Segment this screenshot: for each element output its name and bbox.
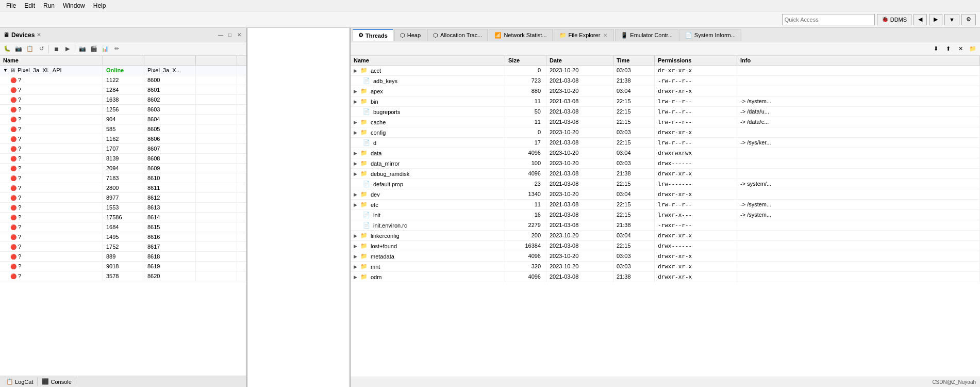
tab-allocation-trac---[interactable]: ⬡Allocation Trac... <box>427 29 488 41</box>
table-row[interactable]: 🔴 ? 8977 8612 <box>0 193 246 203</box>
process-icon: 🔴 <box>10 117 16 122</box>
quick-access-input[interactable] <box>782 14 875 25</box>
screenshot-btn[interactable]: 📷 <box>13 44 24 54</box>
table-row[interactable]: 🔴 ? 904 8604 <box>0 115 246 124</box>
table-row[interactable]: 🔴 ? 1256 8603 <box>0 105 246 115</box>
expand-arrow: ▶ <box>354 233 357 238</box>
toolbar-settings[interactable]: ⚙ <box>961 14 976 25</box>
file-row[interactable]: ▶ 📁 acct 0 2023-10-20 03:03 dr-xr-xr-x <box>351 66 980 76</box>
tab-network-statist---[interactable]: 📶Network Statist... <box>489 29 552 41</box>
tab-system-inform---[interactable]: 📄System Inform... <box>679 29 741 41</box>
file-name: etc <box>371 202 378 208</box>
table-row[interactable]: 🔴 ? 1752 8617 <box>0 242 246 252</box>
ddms-button[interactable]: 🐞 DDMS <box>877 14 911 25</box>
tab-emulator-contr---[interactable]: 📱Emulator Contr... <box>615 29 678 41</box>
fe-new-folder-btn[interactable]: 📁 <box>968 44 978 54</box>
folder-icon: 📁 <box>360 232 368 239</box>
file-row[interactable]: ▶ 📁 data 4096 2023-10-20 03:04 drwxrwxrw… <box>351 148 980 158</box>
file-row[interactable]: ▶ 📁 apex 880 2023-10-20 03:04 drwxr-xr-x <box>351 86 980 96</box>
tab-file-explorer[interactable]: 📁File Explorer✕ <box>554 29 614 41</box>
devices-close-btn[interactable]: ✕ <box>235 31 243 39</box>
file-row[interactable]: ▶ 📁 debug_ramdisk 4096 2021-03-08 21:38 … <box>351 169 980 179</box>
file-info <box>737 148 980 158</box>
table-row[interactable]: 🔴 ? 2800 8611 <box>0 183 246 193</box>
file-name-cell: ▶ 📁 lost+found <box>351 241 505 251</box>
menu-help[interactable]: Help <box>89 1 110 10</box>
table-row[interactable]: 🔴 ? 585 8605 <box>0 124 246 134</box>
play-btn[interactable]: ▶ <box>62 44 73 54</box>
chart-btn[interactable]: 📊 <box>100 44 110 54</box>
file-row[interactable]: 📄 adb_keys 723 2021-03-08 21:38 -rw-r--r… <box>351 76 980 86</box>
toolbar-sep-2 <box>75 45 75 53</box>
fe-delete-btn[interactable]: ✕ <box>955 44 966 54</box>
file-row[interactable]: ▶ 📁 data_mirror 100 2023-10-20 03:03 drw… <box>351 158 980 169</box>
menu-file[interactable]: File <box>2 1 20 10</box>
proc-col2: 8614 <box>144 213 196 222</box>
tab-label: Allocation Trac... <box>440 32 482 38</box>
table-row[interactable]: 🔴 ? 3578 8620 <box>0 271 246 281</box>
tab-threads[interactable]: ⚙Threads <box>353 29 393 41</box>
file-row[interactable]: ▶ 📁 lost+found 16384 2021-03-08 22:15 dr… <box>351 241 980 251</box>
refresh-btn[interactable]: ↺ <box>36 44 46 54</box>
file-row[interactable]: ▶ 📁 etc 11 2021-03-08 22:15 lrw-r--r-- -… <box>351 200 980 210</box>
proc-question: ? <box>18 204 21 211</box>
dump-btn[interactable]: 📋 <box>25 44 35 54</box>
file-row[interactable]: ▶ 📁 linkerconfig 200 2023-10-20 03:04 dr… <box>351 231 980 241</box>
file-row[interactable]: ▶ 📁 config 0 2023-10-20 03:03 drwxr-xr-x <box>351 127 980 138</box>
table-row[interactable]: 🔴 ? 889 8618 <box>0 252 246 262</box>
menu-edit[interactable]: Edit <box>20 1 39 10</box>
table-row[interactable]: 🔴 ? 1684 8615 <box>0 222 246 232</box>
file-row[interactable]: 📄 init 16 2021-03-08 22:15 lrwxr-x--- ->… <box>351 210 980 220</box>
file-row[interactable]: ▶ 📁 odm 4096 2021-03-08 21:38 drwxr-xr-x <box>351 272 980 282</box>
toolbar-arrow-right[interactable]: ▶ <box>929 14 942 25</box>
stop-btn[interactable]: ⏹ <box>51 44 61 54</box>
file-row[interactable]: ▶ 📁 bin 11 2021-03-08 22:15 lrw-r--r-- -… <box>351 96 980 107</box>
console-tab[interactable]: ⬛ Console <box>38 377 76 386</box>
file-row[interactable]: ▶ 📁 mnt 320 2023-10-20 03:03 drwxr-xr-x <box>351 262 980 272</box>
table-row[interactable]: 🔴 ? 1707 8607 <box>0 144 246 154</box>
table-row[interactable]: 🔴 ? 1284 8601 <box>0 85 246 95</box>
fe-export-btn[interactable]: ⬆ <box>943 44 953 54</box>
video-btn[interactable]: 🎬 <box>89 44 99 54</box>
device-row[interactable]: ▼ 🖥 Pixel_3a_XL_API Online Pixel_3a_X... <box>0 66 246 75</box>
devices-maximize-btn[interactable]: □ <box>226 31 234 39</box>
menu-run[interactable]: Run <box>39 1 59 10</box>
proc-col2: 8609 <box>144 164 196 173</box>
file-time: 22:15 <box>613 107 655 117</box>
tab-close-btn[interactable]: ✕ <box>602 32 608 38</box>
file-row[interactable]: 📄 d 17 2021-03-08 22:15 lrw-r--r-- -> /s… <box>351 138 980 148</box>
table-row[interactable]: 🔴 ? 8139 8608 <box>0 154 246 164</box>
debug-btn[interactable]: 🐛 <box>2 44 12 54</box>
devices-minimize-btn[interactable]: — <box>217 31 225 39</box>
proc-col2: 8604 <box>144 115 196 124</box>
file-row[interactable]: ▶ 📁 dev 1340 2023-10-20 03:04 drwxr-xr-x <box>351 189 980 200</box>
tab-heap[interactable]: ⬡Heap <box>394 29 426 41</box>
table-row[interactable]: 🔴 ? 1495 8616 <box>0 232 246 242</box>
file-info <box>737 169 980 179</box>
file-permissions: drwxr-xr-x <box>655 251 737 261</box>
file-row[interactable]: 📄 bugreports 50 2021-03-08 22:15 lrw-r--… <box>351 107 980 117</box>
file-size: 2279 <box>505 220 546 230</box>
toolbar-arrow-down[interactable]: ▼ <box>944 14 959 25</box>
proc-col2: 8618 <box>144 252 196 261</box>
table-row[interactable]: 🔴 ? 2094 8609 <box>0 164 246 173</box>
edit-btn[interactable]: ✏ <box>111 44 122 54</box>
table-row[interactable]: 🔴 ? 1162 8606 <box>0 134 246 144</box>
table-row[interactable]: 🔴 ? 1553 8613 <box>0 203 246 213</box>
file-row[interactable]: 📄 default.prop 23 2021-03-08 22:15 lrw--… <box>351 179 980 189</box>
fe-import-btn[interactable]: ⬇ <box>931 44 941 54</box>
folder-icon: 📁 <box>360 160 368 167</box>
file-row[interactable]: ▶ 📁 metadata 4096 2023-10-20 03:03 drwxr… <box>351 251 980 262</box>
table-row[interactable]: 🔴 ? 1638 8602 <box>0 95 246 105</box>
camera-btn[interactable]: 📷 <box>77 44 88 54</box>
logcat-tab[interactable]: 📋 LogCat <box>2 377 38 386</box>
toolbar-arrow-left[interactable]: ◀ <box>913 14 927 25</box>
menu-window[interactable]: Window <box>59 1 89 10</box>
table-row[interactable]: 🔴 ? 9018 8619 <box>0 262 246 271</box>
file-row[interactable]: ▶ 📁 cache 11 2021-03-08 22:15 lrw-r--r--… <box>351 117 980 127</box>
process-icon: 🔴 <box>10 205 16 211</box>
table-row[interactable]: 🔴 ? 7183 8610 <box>0 173 246 183</box>
table-row[interactable]: 🔴 ? 1122 8600 <box>0 75 246 85</box>
file-row[interactable]: 📄 init.environ.rc 2279 2021-03-08 21:38 … <box>351 220 980 231</box>
table-row[interactable]: 🔴 ? 17586 8614 <box>0 213 246 222</box>
